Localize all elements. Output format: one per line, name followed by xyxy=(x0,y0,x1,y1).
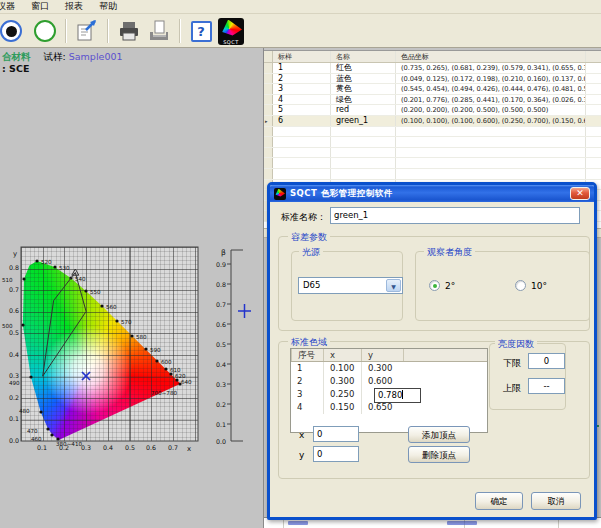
table-row-empty xyxy=(264,169,601,180)
measure-sample-icon[interactable] xyxy=(2,18,28,44)
svg-text:0.7: 0.7 xyxy=(168,444,178,451)
dialog-title: SQCT 色彩管理控制软件 xyxy=(290,188,393,200)
dialog-titlebar[interactable]: SQCT 色彩管理控制软件 xyxy=(270,185,594,202)
svg-text:700~780: 700~780 xyxy=(151,390,177,396)
radio-selected-dot xyxy=(433,284,437,288)
x-coord-label: x xyxy=(299,430,304,440)
observer-10deg-radio[interactable] xyxy=(515,280,526,291)
svg-text:0.4: 0.4 xyxy=(9,351,19,358)
observer-groupbox xyxy=(415,251,590,321)
col-header-name[interactable]: 名称 xyxy=(331,51,396,62)
beta-axis-title: β xyxy=(221,248,226,257)
table-row[interactable]: 4 绿色 (0.201, 0.776), (0.285, 0.441), (0.… xyxy=(264,95,601,106)
dialog-app-icon xyxy=(274,188,286,200)
toolbar-separator xyxy=(179,19,181,43)
menu-item-instrument[interactable]: 仪器 xyxy=(0,0,23,13)
table-row-selected[interactable]: ▸ 6 green_1 (0.100, 0.100), (0.100, 0.60… xyxy=(264,116,601,127)
menu-item-window[interactable]: 窗口 xyxy=(23,0,57,13)
beta-value-marker xyxy=(238,304,251,318)
print-preview-icon[interactable] xyxy=(146,18,172,44)
measure-standard-icon[interactable] xyxy=(32,18,58,44)
svg-text:640: 640 xyxy=(181,379,192,385)
menu-bar: 仪器 窗口 报表 帮助 xyxy=(0,0,601,14)
illuminant-dropdown[interactable]: D65 ▼ xyxy=(298,277,403,294)
svg-text:500: 500 xyxy=(2,323,13,329)
table-row[interactable]: 2 蓝色 (0.049, 0.125), (0.172, 0.198), (0.… xyxy=(264,74,601,85)
sqct-gamut-glyph xyxy=(221,20,242,36)
table-row-empty xyxy=(264,127,601,138)
standard-name-label: 标准名称： xyxy=(281,211,326,224)
svg-text:0.6: 0.6 xyxy=(146,444,156,451)
x-coord-input[interactable]: 0 xyxy=(313,426,359,442)
svg-text:520: 520 xyxy=(41,259,52,265)
print-icon[interactable] xyxy=(116,18,142,44)
col-header-standard[interactable]: 标样 xyxy=(273,51,331,62)
upper-limit-input[interactable]: -- xyxy=(528,378,565,394)
svg-text:0.5: 0.5 xyxy=(125,444,135,451)
beta-axis-ticks: 0.9 0.8 0.7 0.6 0.5 0.4 0.3 0.2 0.1 0.0 xyxy=(216,261,226,445)
svg-text:0.8: 0.8 xyxy=(9,264,19,271)
svg-text:0.4: 0.4 xyxy=(103,444,113,451)
svg-text:0.5: 0.5 xyxy=(216,341,226,348)
sample-label: 试样: xyxy=(44,51,66,62)
vertex-row[interactable]: 1 0.100 0.300 xyxy=(291,362,487,375)
col-header-coords[interactable]: 色品坐标 xyxy=(396,51,586,62)
observer-2deg-radio[interactable] xyxy=(429,280,440,291)
lower-limit-input[interactable]: 0 xyxy=(528,353,565,369)
table-row-empty xyxy=(264,148,601,159)
svg-text:0.2: 0.2 xyxy=(216,401,226,408)
luminance-group-label: 亮度因数 xyxy=(495,338,537,351)
svg-text:0.3: 0.3 xyxy=(81,444,91,451)
vertex-table[interactable]: 序号 x y 1 0.100 0.300 2 0.300 0.600 3 0.2… xyxy=(290,348,488,433)
vertex-row[interactable]: 2 0.300 0.600 xyxy=(291,375,487,388)
table-row[interactable]: 5 red (0.200, 0.200), (0.200, 0.500), (0… xyxy=(264,105,601,116)
app-window: 仪器 窗口 报表 帮助 xyxy=(0,0,601,528)
svg-text:0.3: 0.3 xyxy=(216,381,226,388)
add-vertex-button[interactable]: 添加顶点 xyxy=(408,426,470,443)
row-selection-marker: ▸ xyxy=(264,116,273,126)
y-axis-title: y xyxy=(13,250,17,258)
delete-vertex-button[interactable]: 删除顶点 xyxy=(408,446,470,463)
dropdown-arrow-icon[interactable]: ▼ xyxy=(386,279,401,292)
vertex-table-header: 序号 x y xyxy=(291,349,487,362)
svg-text:0.1: 0.1 xyxy=(9,415,19,422)
svg-text:0.5: 0.5 xyxy=(9,329,19,336)
sqct-app-icon[interactable]: SQCT xyxy=(218,18,244,44)
menu-item-report[interactable]: 报表 xyxy=(57,0,91,13)
toolbar-separator xyxy=(65,19,67,43)
toolbar: ? SQCT xyxy=(0,15,601,48)
menu-item-help[interactable]: 帮助 xyxy=(91,0,125,13)
svg-text:490: 490 xyxy=(9,380,20,386)
svg-text:0.8: 0.8 xyxy=(216,281,226,288)
toolbar-separator xyxy=(107,19,109,43)
table-row[interactable]: 1 红色 (0.735, 0.265), (0.681, 0.239), (0.… xyxy=(264,63,601,74)
table-row-empty xyxy=(264,158,601,169)
report-icon[interactable] xyxy=(74,18,100,44)
close-button[interactable]: ✕ xyxy=(570,187,590,200)
svg-text:0.0: 0.0 xyxy=(9,437,19,444)
text-caret xyxy=(402,390,403,399)
svg-text:0.7: 0.7 xyxy=(9,286,19,293)
table-header-row: 标样 名称 色品坐标 xyxy=(264,51,601,63)
document-panel: 合材料 试样: Sample001 : SCE y x 0.8 0.7 0.6 xyxy=(0,48,263,528)
cancel-button[interactable]: 取消 xyxy=(531,492,581,510)
svg-text:480: 480 xyxy=(19,408,30,414)
table-row[interactable]: 3 黄色 (0.545, 0.454), (0.494, 0.426), (0.… xyxy=(264,84,601,95)
ok-button[interactable]: 确定 xyxy=(475,492,523,510)
svg-text:600: 600 xyxy=(161,359,172,365)
svg-text:510: 510 xyxy=(2,277,13,283)
gamut-polygon xyxy=(43,273,86,377)
vertex-y-editbox[interactable]: 0.780 xyxy=(374,388,421,403)
svg-text:0.0: 0.0 xyxy=(216,438,226,445)
standard-name-input[interactable]: green_1 xyxy=(330,207,580,224)
svg-text:0.2: 0.2 xyxy=(9,394,19,401)
chromaticity-diagram: y x 0.8 0.7 0.6 0.5 0.4 0.3 0.2 0.1 0.0 … xyxy=(0,240,262,472)
lower-limit-label: 下限 xyxy=(503,357,521,370)
help-icon[interactable]: ? xyxy=(188,18,214,44)
diagram-overlay: y x 0.8 0.7 0.6 0.5 0.4 0.3 0.2 0.1 0.0 … xyxy=(0,240,262,472)
sample-point-marker xyxy=(82,372,90,380)
svg-text:380~410: 380~410 xyxy=(56,441,82,447)
table-row-empty xyxy=(264,137,601,148)
svg-text:580: 580 xyxy=(136,334,147,340)
y-coord-input[interactable]: 0 xyxy=(313,446,359,462)
